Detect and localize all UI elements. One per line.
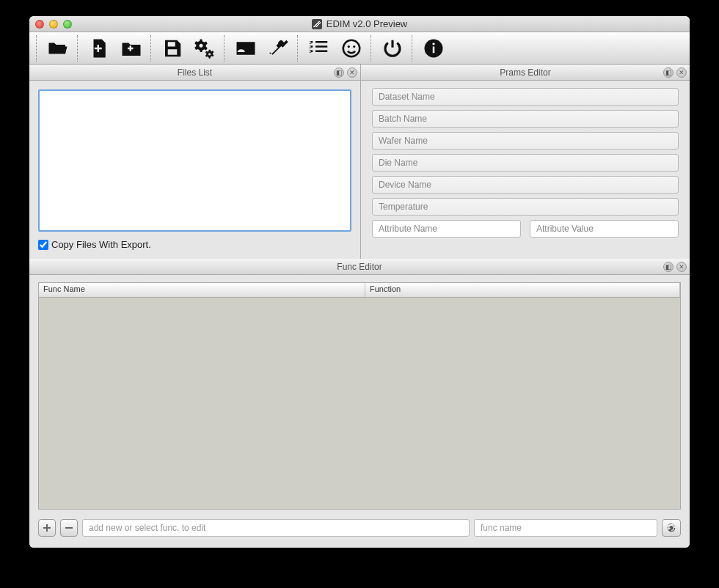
copy-files-checkbox-row[interactable]: Copy Files With Export. [38,239,351,250]
func-editor-header: Func Editor ◧ ✕ [29,259,690,275]
func-table[interactable]: Func Name Function [38,282,681,510]
col-func-name[interactable]: Func Name [39,283,365,297]
add-func-button[interactable] [38,519,56,537]
plus-icon [42,523,52,533]
new-file-button[interactable] [84,35,114,62]
copy-files-label: Copy Files With Export. [51,239,151,250]
toolbar-separator [150,35,153,62]
titlebar[interactable]: EDIM v2.0 Preview [29,16,690,32]
prams-editor-panel: Prams Editor ◧ ✕ [361,65,690,259]
svg-rect-9 [65,527,73,529]
gears-icon [194,37,216,59]
power-icon [382,37,404,59]
save-button[interactable] [157,35,188,62]
file-plus-icon [88,37,110,59]
toolbar: 123 [29,32,690,65]
files-list-body: Copy Files With Export. [29,81,360,259]
attribute-value-input[interactable] [530,220,679,238]
prams-editor-body [361,81,690,259]
copy-files-checkbox[interactable] [38,240,48,250]
app-icon [312,19,322,29]
func-editor-body: Func Name Function [29,275,690,548]
power-button[interactable] [377,35,408,62]
panel-detach-button[interactable]: ◧ [663,262,674,272]
toolbar-separator [371,35,373,62]
toolbar-separator [297,35,300,62]
toolbar-separator [36,35,39,62]
folder-open-icon [47,37,69,59]
smiley-icon [340,37,362,59]
numbered-list-button[interactable]: 123 [304,35,335,62]
files-listbox[interactable] [38,89,351,232]
open-folder-button[interactable] [43,35,73,62]
prams-editor-header: Prams Editor ◧ ✕ [361,65,690,81]
col-function[interactable]: Function [365,283,680,297]
panel-detach-button[interactable]: ◧ [663,67,674,78]
window-title: EDIM v2.0 Preview [29,18,690,29]
app-window: EDIM v2.0 Preview 123 [29,16,690,548]
device-name-input[interactable] [372,176,679,194]
files-list-panel: Files List ◧ ✕ Copy Files With Export. [29,65,361,259]
files-list-header: Files List ◧ ✕ [29,65,360,81]
wafer-name-input[interactable] [372,132,679,150]
die-name-input[interactable] [372,154,679,172]
func-footer [38,515,681,540]
emoji-button[interactable] [336,35,367,62]
svg-point-5 [353,45,355,47]
numbered-list-icon: 123 [308,37,330,59]
info-button[interactable] [418,35,449,62]
panel-detach-button[interactable]: ◧ [334,67,344,78]
minus-icon [64,523,74,533]
floppy-icon [161,37,183,59]
remove-func-button[interactable] [60,519,78,537]
settings-button[interactable] [189,35,220,62]
id-card-button[interactable] [230,35,261,62]
window-title-text: EDIM v2.0 Preview [326,18,408,29]
refresh-icon [665,522,677,534]
batch-name-input[interactable] [372,110,679,128]
svg-point-4 [348,45,350,47]
attribute-name-input[interactable] [372,220,521,238]
panel-close-button[interactable]: ✕ [676,262,687,272]
func-edit-input[interactable] [82,519,470,537]
svg-point-8 [432,43,434,45]
panel-close-button[interactable]: ✕ [676,67,687,78]
func-editor-panel: Func Editor ◧ ✕ Func Name Function [29,259,690,548]
info-icon [423,37,445,59]
wrench-screwdriver-icon [267,37,289,59]
temperature-input[interactable] [372,198,679,216]
toolbar-separator [412,35,415,62]
func-editor-title: Func Editor [337,262,382,272]
svg-point-3 [343,40,360,56]
func-name-input[interactable] [474,519,657,537]
dataset-name-input[interactable] [372,88,679,106]
files-list-title: Files List [178,67,212,78]
middle-row: Files List ◧ ✕ Copy Files With Export. P… [29,65,690,259]
new-folder-button[interactable] [116,35,147,62]
prams-editor-title: Prams Editor [500,67,550,78]
toolbar-separator [224,35,227,62]
tools-button[interactable] [263,35,293,62]
panel-close-button[interactable]: ✕ [347,67,357,78]
attribute-row [372,220,679,238]
refresh-func-button[interactable] [662,519,681,537]
toolbar-separator [77,35,80,62]
func-table-header: Func Name Function [39,283,680,298]
svg-rect-7 [433,46,435,53]
folder-plus-icon [120,37,142,59]
svg-text:3: 3 [309,48,312,54]
id-card-icon [235,37,257,59]
